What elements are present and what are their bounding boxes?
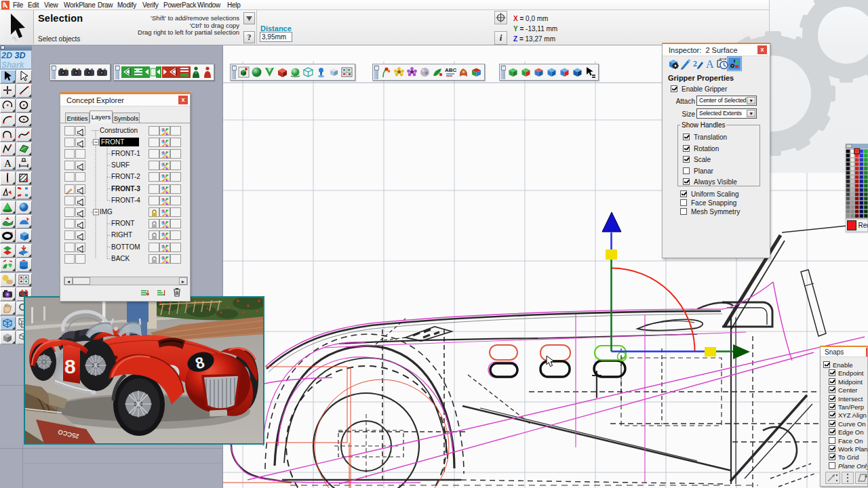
svg-text:Red: Red <box>859 222 868 229</box>
svg-text:8: 8 <box>64 355 76 378</box>
svg-text:ABC: ABC <box>445 67 457 73</box>
svg-text:A: A <box>706 58 714 70</box>
svg-text:A: A <box>4 158 12 169</box>
svg-text:2: 2 <box>693 59 697 68</box>
